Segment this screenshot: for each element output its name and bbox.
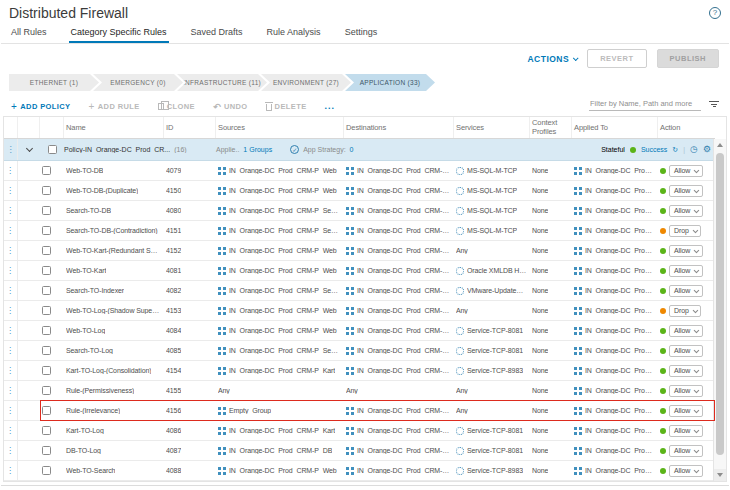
- drag-handle[interactable]: ⋮: [4, 381, 18, 400]
- clone-button[interactable]: CLONE: [158, 102, 195, 111]
- help-icon[interactable]: ?: [709, 7, 721, 19]
- policy-checkbox[interactable]: [48, 145, 57, 154]
- rule-context-profiles[interactable]: None: [532, 387, 548, 394]
- rule-context-profiles[interactable]: None: [532, 227, 548, 234]
- action-select[interactable]: Allow: [669, 445, 703, 457]
- app-strategy-value[interactable]: 0: [350, 146, 354, 153]
- row-checkbox[interactable]: [42, 386, 51, 395]
- rule-destinations[interactable]: IN_Orange-DC_Prod_CRM-P_Log: [357, 447, 451, 454]
- rule-destinations[interactable]: IN_Orange-DC_Prod_CRM-P_DB: [357, 187, 451, 194]
- action-select[interactable]: Allow: [669, 245, 703, 257]
- rule-destinations[interactable]: IN_Orange-DC_Prod_CRM-P_Sea...: [357, 467, 451, 474]
- rule-context-profiles[interactable]: None: [532, 167, 548, 174]
- rule-destinations[interactable]: IN_Orange-DC_Prod_CRM-P_Log: [357, 367, 451, 374]
- rule-applied-to[interactable]: IN_Orange-DC_Prod_CRM-P: [585, 247, 655, 254]
- rule-services[interactable]: VMware-UpdateM...: [467, 287, 527, 294]
- drag-handle[interactable]: ⋮: [4, 139, 18, 160]
- row-checkbox[interactable]: [42, 326, 51, 335]
- rule-sources[interactable]: Any: [218, 387, 230, 394]
- scroll-up-arrow[interactable]: [714, 139, 726, 151]
- add-rule-button[interactable]: + ADD RULE: [89, 102, 140, 111]
- rule-services[interactable]: Any: [456, 387, 468, 394]
- rule-applied-to[interactable]: IN_Orange-DC_Prod_CRM-P: [585, 267, 655, 274]
- rule-services[interactable]: Service-TCP-8983: [467, 367, 523, 374]
- rule-sources[interactable]: IN_Orange-DC_Prod_CRM-P_Web: [229, 187, 337, 194]
- rule-applied-to[interactable]: IN_Orange-DC_Prod_CRM-P: [585, 207, 655, 214]
- tab-category-specific-rules[interactable]: Category Specific Rules: [69, 25, 169, 43]
- rule-context-profiles[interactable]: None: [532, 307, 548, 314]
- row-checkbox[interactable]: [42, 186, 51, 195]
- rule-services[interactable]: MS-SQL-M-TCP: [467, 187, 517, 194]
- rule-applied-to[interactable]: IN_Orange-DC_Prod_CRM-P: [585, 467, 655, 474]
- rule-applied-to[interactable]: IN_Orange-DC_Prod_CRM-P: [585, 167, 655, 174]
- add-policy-button[interactable]: + ADD POLICY: [11, 102, 71, 111]
- action-select[interactable]: Allow: [669, 385, 703, 397]
- drag-handle[interactable]: ⋮: [4, 241, 18, 260]
- rule-applied-to[interactable]: IN_Orange-DC_Prod_CRM-P: [585, 447, 655, 454]
- tab-rule-analysis[interactable]: Rule Analysis: [265, 25, 323, 43]
- rule-services[interactable]: Any: [456, 407, 468, 414]
- filter-input[interactable]: [589, 97, 701, 111]
- drag-handle[interactable]: ⋮: [4, 441, 18, 460]
- rule-services[interactable]: Service-TCP-8081: [467, 347, 523, 354]
- rule-destinations[interactable]: Any: [346, 387, 358, 394]
- rule-context-profiles[interactable]: None: [532, 187, 548, 194]
- rule-applied-to[interactable]: IN_Orange-DC_Prod_CRM-P: [585, 287, 655, 294]
- rule-context-profiles[interactable]: None: [532, 367, 548, 374]
- rule-services[interactable]: MS-SQL-M-TCP: [467, 207, 517, 214]
- tab-all-rules[interactable]: All Rules: [9, 25, 49, 43]
- action-select[interactable]: Allow: [669, 325, 703, 337]
- rule-sources[interactable]: IN_Orange-DC_Prod_CRM-P_Web: [229, 167, 337, 174]
- rule-sources[interactable]: IN_Orange-DC_Prod_CRM-P_Web: [229, 307, 337, 314]
- publish-button[interactable]: PUBLISH: [657, 49, 719, 68]
- rule-sources[interactable]: IN_Orange-DC_Prod_CRM-P_Search: [229, 287, 341, 294]
- drag-handle[interactable]: ⋮: [4, 281, 18, 300]
- row-checkbox[interactable]: [42, 426, 51, 435]
- vertical-scrollbar[interactable]: [713, 139, 726, 481]
- tab-saved-drafts[interactable]: Saved Drafts: [189, 25, 245, 43]
- rule-context-profiles[interactable]: None: [532, 347, 548, 354]
- rule-applied-to[interactable]: IN_Orange-DC_Prod_CRM-P: [585, 227, 655, 234]
- rule-context-profiles[interactable]: None: [532, 467, 548, 474]
- refresh-status-icon[interactable]: ↻: [672, 146, 678, 154]
- drag-handle[interactable]: ⋮: [4, 401, 18, 420]
- rule-sources[interactable]: IN_Orange-DC_Prod_CRM-P_Web: [229, 247, 337, 254]
- row-checkbox[interactable]: [42, 346, 51, 355]
- rule-sources[interactable]: Empty_Group: [229, 407, 271, 414]
- tab-settings[interactable]: Settings: [343, 25, 380, 43]
- action-select[interactable]: Allow: [669, 465, 703, 477]
- rule-services[interactable]: Oracle XMLDB HT...: [467, 267, 527, 274]
- rule-sources[interactable]: IN_Orange-DC_Prod_CRM-P_Web: [229, 327, 337, 334]
- action-select[interactable]: Allow: [669, 285, 703, 297]
- drag-handle[interactable]: ⋮: [4, 181, 18, 200]
- rule-destinations[interactable]: IN_Orange-DC_Prod_CRM-P_Kart: [357, 247, 451, 254]
- rule-services[interactable]: Any: [456, 247, 468, 254]
- drag-handle[interactable]: ⋮: [4, 461, 18, 480]
- rule-applied-to[interactable]: IN_Orange-DC_Prod_CRM-P: [585, 387, 655, 394]
- drag-handle[interactable]: ⋮: [4, 261, 18, 280]
- clock-icon[interactable]: ◷: [690, 145, 698, 154]
- rule-destinations[interactable]: IN_Orange-DC_Prod_CRM-P_Log: [357, 427, 451, 434]
- rule-sources[interactable]: IN_Orange-DC_Prod_CRM-P_Search: [229, 347, 341, 354]
- groups-link[interactable]: 1 Groups: [243, 146, 272, 153]
- row-checkbox[interactable]: [42, 266, 51, 275]
- row-checkbox[interactable]: [42, 286, 51, 295]
- undo-button[interactable]: ↶ UNDO: [213, 102, 248, 111]
- rule-services[interactable]: Service-TCP-8081: [467, 327, 523, 334]
- category-tab-ethernet[interactable]: ETHERNET (1): [9, 74, 99, 91]
- rule-services[interactable]: Service-TCP-8081: [467, 427, 523, 434]
- action-select[interactable]: Allow: [669, 365, 703, 377]
- row-checkbox[interactable]: [42, 226, 51, 235]
- row-checkbox[interactable]: [42, 306, 51, 315]
- rule-applied-to[interactable]: IN_Orange-DC_Prod_CRM-P: [585, 367, 655, 374]
- drag-handle[interactable]: ⋮: [4, 341, 18, 360]
- action-select[interactable]: Allow: [669, 425, 703, 437]
- drag-handle[interactable]: ⋮: [4, 421, 18, 440]
- expand-chevron-icon[interactable]: [18, 139, 40, 160]
- rule-context-profiles[interactable]: None: [532, 267, 548, 274]
- rule-services[interactable]: Service-TCP-8983: [467, 467, 523, 474]
- row-checkbox[interactable]: [42, 446, 51, 455]
- filter-icon[interactable]: [709, 101, 719, 111]
- drag-handle[interactable]: ⋮: [4, 161, 18, 180]
- more-actions-button[interactable]: ...: [325, 101, 336, 111]
